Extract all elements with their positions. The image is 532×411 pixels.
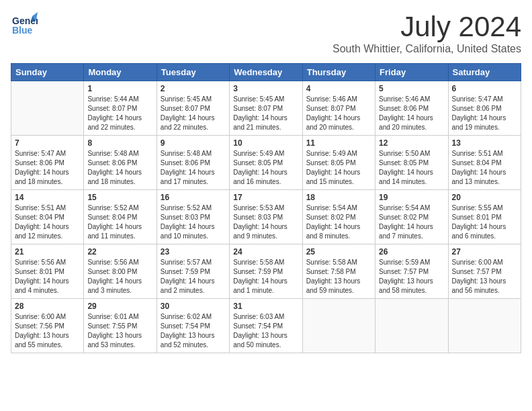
day-info: Sunrise: 5:46 AM Sunset: 8:07 PM Dayligh… [306,95,371,132]
calendar-cell: 31Sunrise: 6:03 AM Sunset: 7:54 PM Dayli… [230,299,302,353]
calendar-cell: 30Sunrise: 6:02 AM Sunset: 7:54 PM Dayli… [157,299,229,353]
calendar-cell: 16Sunrise: 5:52 AM Sunset: 8:03 PM Dayli… [157,190,229,244]
calendar-cell: 2Sunrise: 5:45 AM Sunset: 8:07 PM Daylig… [157,81,229,136]
day-info: Sunrise: 5:54 AM Sunset: 8:02 PM Dayligh… [306,203,371,241]
day-info: Sunrise: 6:00 AM Sunset: 7:57 PM Dayligh… [452,258,517,295]
calendar-cell: 13Sunrise: 5:51 AM Sunset: 8:04 PM Dayli… [448,136,521,190]
calendar-cell: 18Sunrise: 5:54 AM Sunset: 8:02 PM Dayli… [302,190,375,244]
day-info: Sunrise: 6:01 AM Sunset: 7:55 PM Dayligh… [87,312,152,350]
day-header-thursday: Thursday [302,64,375,81]
calendar-cell: 7Sunrise: 5:47 AM Sunset: 8:06 PM Daylig… [11,136,84,190]
day-number: 4 [306,84,371,93]
calendar-cell: 22Sunrise: 5:56 AM Sunset: 8:00 PM Dayli… [84,244,157,299]
day-info: Sunrise: 6:02 AM Sunset: 7:54 PM Dayligh… [161,312,226,350]
calendar-cell [11,81,84,136]
day-number: 31 [233,302,298,311]
day-info: Sunrise: 5:55 AM Sunset: 8:01 PM Dayligh… [452,203,517,241]
calendar-cell: 3Sunrise: 5:45 AM Sunset: 8:07 PM Daylig… [230,81,302,136]
calendar-cell: 23Sunrise: 5:57 AM Sunset: 7:59 PM Dayli… [157,244,229,299]
calendar-cell: 17Sunrise: 5:53 AM Sunset: 8:03 PM Dayli… [230,190,302,244]
svg-text:Blue: Blue [12,25,33,36]
day-number: 30 [161,302,226,311]
calendar-cell: 11Sunrise: 5:49 AM Sunset: 8:05 PM Dayli… [302,136,375,190]
day-number: 28 [15,302,80,311]
week-row-4: 28Sunrise: 6:00 AM Sunset: 7:56 PM Dayli… [11,299,521,353]
day-number: 1 [87,84,152,93]
week-row-0: 1Sunrise: 5:44 AM Sunset: 8:07 PM Daylig… [11,81,521,136]
day-header-sunday: Sunday [11,64,84,81]
location-title: South Whittier, California, United State… [332,43,521,55]
day-info: Sunrise: 5:47 AM Sunset: 8:06 PM Dayligh… [15,149,80,187]
day-number: 15 [87,193,152,202]
calendar-cell [448,299,521,353]
day-info: Sunrise: 5:58 AM Sunset: 7:59 PM Dayligh… [233,258,298,295]
day-info: Sunrise: 5:52 AM Sunset: 8:03 PM Dayligh… [161,203,226,241]
day-number: 16 [161,193,226,202]
day-number: 21 [15,247,80,257]
day-info: Sunrise: 5:44 AM Sunset: 8:07 PM Dayligh… [87,95,152,132]
day-header-friday: Friday [375,64,448,81]
day-number: 6 [452,84,517,93]
calendar-cell: 12Sunrise: 5:50 AM Sunset: 8:05 PM Dayli… [375,136,448,190]
day-info: Sunrise: 5:57 AM Sunset: 7:59 PM Dayligh… [161,258,226,295]
day-header-monday: Monday [84,64,157,81]
calendar-cell: 29Sunrise: 6:01 AM Sunset: 7:55 PM Dayli… [84,299,157,353]
calendar-cell: 21Sunrise: 5:56 AM Sunset: 8:01 PM Dayli… [11,244,84,299]
calendar-cell: 14Sunrise: 5:51 AM Sunset: 8:04 PM Dayli… [11,190,84,244]
day-info: Sunrise: 5:49 AM Sunset: 8:05 PM Dayligh… [306,149,371,187]
day-number: 14 [15,193,80,202]
day-info: Sunrise: 5:51 AM Sunset: 8:04 PM Dayligh… [15,203,80,241]
calendar-cell: 27Sunrise: 6:00 AM Sunset: 7:57 PM Dayli… [448,244,521,299]
calendar-cell [302,299,375,353]
day-number: 11 [306,138,371,148]
day-info: Sunrise: 5:48 AM Sunset: 8:06 PM Dayligh… [161,149,226,187]
day-info: Sunrise: 5:58 AM Sunset: 7:58 PM Dayligh… [306,258,371,295]
days-header-row: SundayMondayTuesdayWednesdayThursdayFrid… [11,64,521,81]
week-row-3: 21Sunrise: 5:56 AM Sunset: 8:01 PM Dayli… [11,244,521,299]
logo-icon: General Blue [11,11,38,38]
day-number: 25 [306,247,371,257]
week-row-2: 14Sunrise: 5:51 AM Sunset: 8:04 PM Dayli… [11,190,521,244]
title-area: July 2024 South Whittier, California, Un… [332,11,521,55]
day-header-saturday: Saturday [448,64,521,81]
calendar-cell: 9Sunrise: 5:48 AM Sunset: 8:06 PM Daylig… [157,136,229,190]
day-info: Sunrise: 5:50 AM Sunset: 8:05 PM Dayligh… [379,149,444,187]
day-number: 18 [306,193,371,202]
calendar-cell: 26Sunrise: 5:59 AM Sunset: 7:57 PM Dayli… [375,244,448,299]
calendar-cell: 5Sunrise: 5:46 AM Sunset: 8:06 PM Daylig… [375,81,448,136]
day-info: Sunrise: 5:54 AM Sunset: 8:02 PM Dayligh… [379,203,444,241]
day-number: 24 [233,247,298,257]
day-number: 23 [161,247,226,257]
day-number: 2 [161,84,226,93]
day-header-wednesday: Wednesday [230,64,302,81]
day-number: 20 [452,193,517,202]
calendar-cell: 25Sunrise: 5:58 AM Sunset: 7:58 PM Dayli… [302,244,375,299]
calendar-cell: 10Sunrise: 5:49 AM Sunset: 8:05 PM Dayli… [230,136,302,190]
day-number: 12 [379,138,444,148]
day-number: 13 [452,138,517,148]
calendar-cell [375,299,448,353]
day-info: Sunrise: 5:52 AM Sunset: 8:04 PM Dayligh… [87,203,152,241]
day-info: Sunrise: 5:47 AM Sunset: 8:06 PM Dayligh… [452,95,517,132]
day-number: 29 [87,302,152,311]
logo: General Blue [11,11,38,38]
calendar-cell: 1Sunrise: 5:44 AM Sunset: 8:07 PM Daylig… [84,81,157,136]
day-info: Sunrise: 5:45 AM Sunset: 8:07 PM Dayligh… [161,95,226,132]
day-number: 8 [87,138,152,148]
calendar-cell: 24Sunrise: 5:58 AM Sunset: 7:59 PM Dayli… [230,244,302,299]
calendar-cell: 15Sunrise: 5:52 AM Sunset: 8:04 PM Dayli… [84,190,157,244]
day-number: 22 [87,247,152,257]
day-info: Sunrise: 5:48 AM Sunset: 8:06 PM Dayligh… [87,149,152,187]
day-number: 10 [233,138,298,148]
day-info: Sunrise: 5:59 AM Sunset: 7:57 PM Dayligh… [379,258,444,295]
calendar-cell: 28Sunrise: 6:00 AM Sunset: 7:56 PM Dayli… [11,299,84,353]
day-number: 7 [15,138,80,148]
day-number: 26 [379,247,444,257]
day-header-tuesday: Tuesday [157,64,229,81]
day-number: 3 [233,84,298,93]
day-info: Sunrise: 5:49 AM Sunset: 8:05 PM Dayligh… [233,149,298,187]
day-info: Sunrise: 5:53 AM Sunset: 8:03 PM Dayligh… [233,203,298,241]
day-info: Sunrise: 5:56 AM Sunset: 8:01 PM Dayligh… [15,258,80,295]
day-number: 5 [379,84,444,93]
calendar-cell: 6Sunrise: 5:47 AM Sunset: 8:06 PM Daylig… [448,81,521,136]
